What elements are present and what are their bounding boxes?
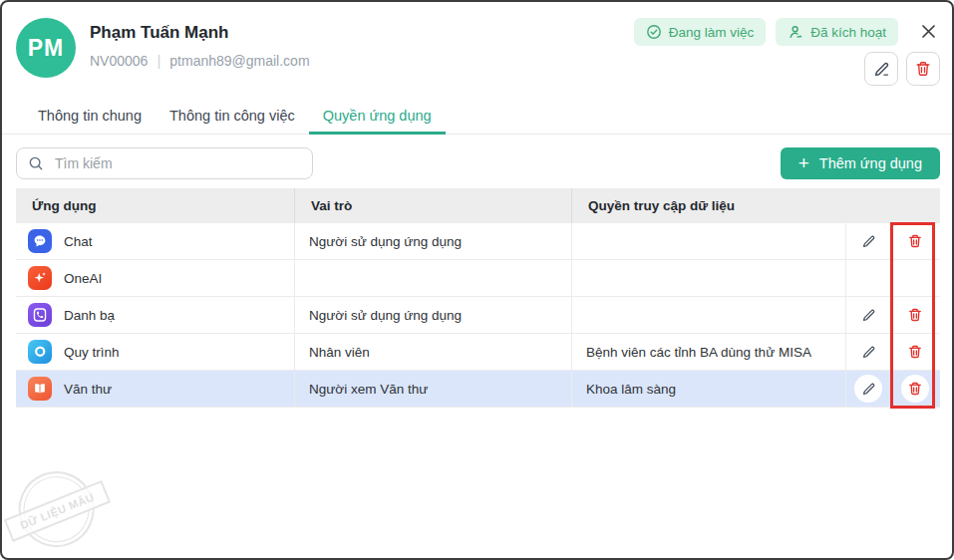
tab-general-info[interactable]: Thông tin chung bbox=[24, 99, 156, 134]
pencil-icon bbox=[860, 307, 877, 324]
working-status-label: Đang làm việc bbox=[669, 25, 755, 40]
row-delete-button[interactable] bbox=[901, 301, 929, 329]
edit-cell bbox=[845, 334, 890, 370]
row-delete-button[interactable] bbox=[901, 375, 929, 403]
edit-employee-button[interactable] bbox=[864, 52, 898, 86]
row-edit-button[interactable] bbox=[854, 338, 882, 366]
oneai-app-icon bbox=[28, 266, 52, 290]
trash-icon bbox=[907, 307, 923, 323]
role-cell bbox=[294, 260, 571, 296]
table-row[interactable]: Quy trình Nhân viên Bệnh viên các tỉnh B… bbox=[16, 334, 940, 371]
person-active-icon bbox=[788, 24, 803, 40]
table-row[interactable]: OneAI bbox=[16, 260, 940, 297]
app-cell: Văn thư bbox=[16, 371, 294, 407]
delete-cell bbox=[890, 334, 938, 370]
activated-status-badge: Đã kích hoạt bbox=[776, 18, 898, 46]
subline-separator: | bbox=[157, 52, 160, 69]
row-delete-button[interactable] bbox=[901, 227, 929, 255]
delete-cell bbox=[890, 297, 938, 333]
trash-icon bbox=[907, 233, 923, 249]
employee-subline: NV00006 | ptmanh89@gmail.com bbox=[90, 52, 310, 69]
table-body: Chat Người sử dụng ứng dụng OneAI bbox=[16, 223, 940, 408]
header-actions-row bbox=[864, 52, 940, 86]
search-input[interactable] bbox=[53, 154, 301, 172]
avatar: PM bbox=[16, 18, 76, 78]
delete-cell bbox=[890, 371, 938, 407]
app-cell: OneAI bbox=[16, 260, 294, 296]
table-row[interactable]: Danh bạ Người sử dụng ứng dụng bbox=[16, 297, 940, 334]
contacts-app-icon bbox=[28, 303, 52, 327]
column-header-data-access: Quyền truy cập dữ liệu bbox=[571, 188, 845, 223]
column-header-app: Ứng dụng bbox=[16, 188, 294, 223]
role-cell: Người sử dụng ứng dụng bbox=[294, 297, 571, 333]
add-application-button[interactable]: + Thêm ứng dụng bbox=[781, 147, 940, 179]
toolbar: + Thêm ứng dụng bbox=[16, 147, 940, 179]
edit-cell bbox=[845, 260, 890, 296]
applications-table: Ứng dụng Vai trò Quyền truy cập dữ liệu … bbox=[16, 188, 940, 408]
pencil-icon bbox=[860, 381, 877, 398]
delete-employee-button[interactable] bbox=[906, 52, 940, 86]
trash-icon bbox=[914, 60, 932, 78]
employee-detail-dialog: PM Phạm Tuấn Mạnh NV00006 | ptmanh89@gma… bbox=[0, 0, 954, 560]
app-name: OneAI bbox=[64, 271, 102, 286]
close-icon bbox=[921, 24, 936, 39]
app-name: Văn thư bbox=[64, 382, 112, 397]
identity-block: Phạm Tuấn Mạnh NV00006 | ptmanh89@gmail.… bbox=[90, 18, 310, 69]
working-status-badge: Đang làm việc bbox=[634, 18, 767, 46]
row-delete-button[interactable] bbox=[901, 338, 929, 366]
dialog-header: PM Phạm Tuấn Mạnh NV00006 | ptmanh89@gma… bbox=[2, 2, 952, 86]
role-cell: Nhân viên bbox=[294, 334, 571, 370]
data-access-cell: Khoa lâm sàng bbox=[571, 371, 845, 407]
close-button[interactable] bbox=[916, 19, 940, 43]
employee-name: Phạm Tuấn Mạnh bbox=[90, 23, 310, 43]
app-name: Quy trình bbox=[64, 345, 120, 360]
stamp-banner: DỮ LIỆU MẪU bbox=[4, 480, 111, 542]
table-header-row: Ứng dụng Vai trò Quyền truy cập dữ liệu bbox=[16, 188, 940, 223]
column-header-role: Vai trò bbox=[294, 188, 571, 223]
column-header-edit bbox=[845, 188, 890, 223]
row-edit-button[interactable] bbox=[854, 375, 882, 403]
data-access-cell bbox=[571, 260, 845, 296]
app-name: Chat bbox=[64, 234, 93, 249]
delete-cell bbox=[890, 223, 938, 259]
chat-app-icon bbox=[28, 229, 52, 253]
header-right: Đang làm việc Đã kích hoạt bbox=[634, 18, 940, 86]
trash-icon bbox=[907, 344, 923, 360]
delete-cell bbox=[890, 260, 938, 296]
sample-data-watermark: DỮ LIỆU MẪU bbox=[0, 451, 124, 560]
employee-code: NV00006 bbox=[90, 53, 148, 69]
data-access-cell: Bệnh viên các tỉnh BA dùng thử MISA bbox=[571, 334, 845, 370]
data-access-cell bbox=[571, 297, 845, 333]
tab-job-info[interactable]: Thông tin công việc bbox=[156, 99, 309, 134]
tab-bar: Thông tin chung Thông tin công việc Quyề… bbox=[2, 99, 952, 135]
app-name: Danh bạ bbox=[64, 308, 115, 323]
process-app-icon bbox=[28, 340, 52, 364]
row-edit-button[interactable] bbox=[854, 227, 882, 255]
edit-cell bbox=[845, 223, 890, 259]
status-badges-row: Đang làm việc Đã kích hoạt bbox=[634, 18, 940, 46]
check-circle-icon bbox=[646, 24, 662, 40]
role-cell: Người sử dụng ứng dụng bbox=[294, 223, 571, 259]
plus-icon: + bbox=[798, 153, 809, 172]
employee-email: ptmanh89@gmail.com bbox=[169, 53, 309, 69]
pencil-icon bbox=[860, 344, 877, 361]
row-edit-button[interactable] bbox=[854, 301, 882, 329]
app-cell: Danh bạ bbox=[16, 297, 294, 333]
column-header-delete bbox=[890, 188, 938, 223]
tab-app-permissions[interactable]: Quyền ứng dụng bbox=[309, 99, 446, 134]
trash-icon bbox=[907, 381, 923, 397]
stamp-ring bbox=[7, 460, 106, 559]
activated-status-label: Đã kích hoạt bbox=[810, 25, 886, 40]
table-row[interactable]: Văn thư Người xem Văn thư Khoa lâm sàng bbox=[16, 371, 940, 408]
data-access-cell bbox=[571, 223, 845, 259]
add-application-label: Thêm ứng dụng bbox=[819, 155, 922, 171]
search-box[interactable] bbox=[16, 147, 313, 179]
app-cell: Chat bbox=[16, 223, 294, 259]
table-row[interactable]: Chat Người sử dụng ứng dụng bbox=[16, 223, 940, 260]
edit-cell bbox=[845, 297, 890, 333]
app-cell: Quy trình bbox=[16, 334, 294, 370]
pencil-icon bbox=[860, 233, 877, 250]
pencil-icon bbox=[872, 60, 891, 79]
vanthu-app-icon bbox=[28, 377, 52, 401]
edit-cell bbox=[845, 371, 890, 407]
